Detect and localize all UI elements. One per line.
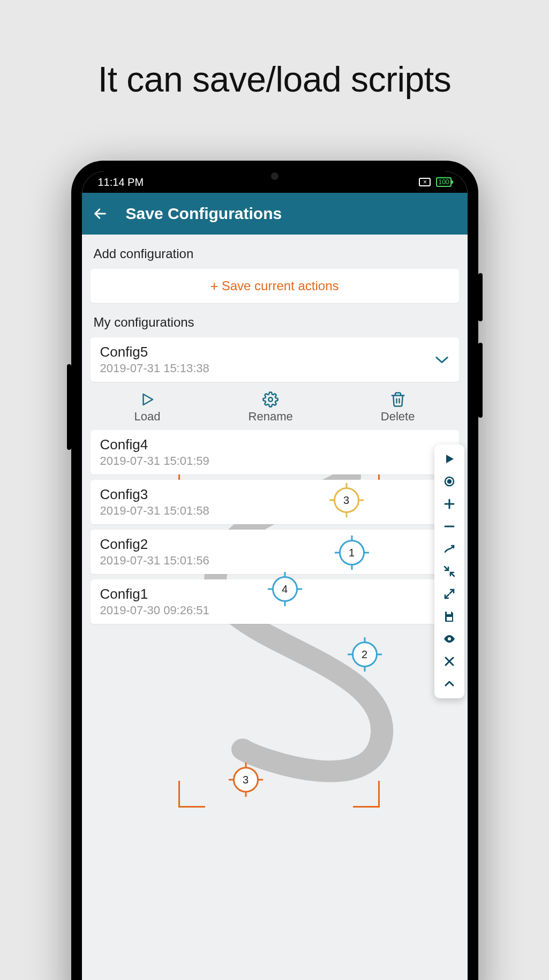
section-label-my: My configurations [91, 303, 459, 337]
config-date: 2019-07-31 15:01:56 [100, 554, 209, 568]
floating-toolbar[interactable] [434, 444, 464, 698]
svg-rect-13 [447, 612, 451, 614]
back-button[interactable] [93, 206, 108, 221]
chevron-down-icon [434, 356, 449, 364]
frame-corner-icon [353, 781, 380, 808]
delete-button[interactable]: Delete [381, 391, 415, 424]
phone-side-button [478, 343, 483, 418]
config-item[interactable]: Config4 2019-07-31 15:01:59 [91, 430, 459, 474]
chevron-up-icon [443, 677, 456, 690]
rename-button[interactable]: Rename [249, 391, 293, 424]
app-bar: Save Configurations [82, 193, 468, 235]
target-icon: 3 [233, 767, 259, 793]
pinch-out-tool[interactable] [438, 583, 461, 605]
status-bar: 11:14 PM × 100 [82, 171, 468, 193]
save-tool[interactable] [438, 605, 461, 628]
swipe-icon [443, 542, 456, 555]
screen-content: Add configuration + Save current actions… [82, 235, 468, 980]
config-name: Config5 [100, 344, 209, 360]
eye-icon [443, 632, 456, 645]
battery-indicator: 100 [436, 177, 451, 187]
config-date: 2019-07-31 15:13:38 [100, 361, 209, 375]
marketing-headline: It can save/load scripts [0, 59, 549, 100]
add-tool[interactable] [438, 493, 461, 515]
config-item[interactable]: Config2 2019-07-31 15:01:56 [91, 530, 459, 574]
pinch-in-tool[interactable] [438, 560, 461, 583]
config-item[interactable]: Config5 2019-07-31 15:13:38 [91, 337, 459, 382]
pinch-in-icon [443, 565, 456, 578]
config-date: 2019-07-31 15:01:59 [100, 454, 209, 468]
config-date: 2019-07-31 15:01:58 [100, 504, 209, 518]
minus-icon [443, 520, 456, 533]
config-name: Config1 [100, 586, 209, 602]
phone-screen: 11:14 PM × 100 Save Configurations [82, 171, 468, 980]
record-tool[interactable] [438, 470, 461, 493]
record-icon [443, 475, 456, 488]
svg-point-15 [448, 637, 451, 640]
svg-marker-1 [144, 394, 153, 405]
config-action-row: Load Rename Delete [91, 387, 459, 430]
close-tool[interactable] [438, 650, 461, 673]
remove-tool[interactable] [438, 515, 461, 538]
play-tool[interactable] [438, 448, 461, 470]
plus-icon: + [210, 278, 219, 295]
load-label: Load [134, 410, 161, 424]
status-time: 11:14 PM [98, 176, 144, 189]
config-name: Config3 [100, 486, 209, 503]
phone-side-button [478, 273, 483, 321]
config-name: Config2 [100, 536, 209, 553]
svg-point-2 [268, 397, 273, 402]
save-current-actions-button[interactable]: + Save current actions [91, 269, 459, 303]
gear-icon [262, 391, 279, 408]
load-button[interactable]: Load [134, 391, 161, 424]
config-item[interactable]: Config3 2019-07-31 15:01:58 [91, 480, 459, 524]
config-date: 2019-07-30 09:26:51 [100, 604, 209, 617]
pinch-out-icon [443, 587, 456, 600]
frame-corner-icon [178, 781, 205, 808]
svg-point-5 [448, 480, 451, 483]
svg-rect-14 [447, 617, 452, 621]
page-title: Save Configurations [126, 205, 282, 223]
play-icon [139, 391, 155, 408]
rename-label: Rename [249, 410, 293, 424]
save-current-label: Save current actions [222, 278, 339, 293]
phone-frame: 11:14 PM × 100 Save Configurations [71, 161, 478, 980]
swipe-tool[interactable] [438, 538, 461, 560]
status-close-icon: × [419, 178, 431, 186]
save-icon [443, 610, 456, 623]
close-icon [443, 655, 456, 668]
collapse-tool[interactable] [438, 673, 461, 695]
section-label-add: Add configuration [91, 235, 459, 269]
config-name: Config4 [100, 436, 209, 453]
phone-side-button [67, 364, 71, 450]
config-item[interactable]: Config1 2019-07-30 09:26:51 [91, 579, 459, 624]
plus-icon [443, 497, 456, 510]
visibility-tool[interactable] [438, 628, 461, 650]
target-icon: 2 [352, 642, 378, 667]
trash-icon [390, 391, 406, 408]
svg-marker-3 [446, 455, 454, 463]
play-icon [443, 453, 456, 465]
delete-label: Delete [381, 410, 415, 424]
